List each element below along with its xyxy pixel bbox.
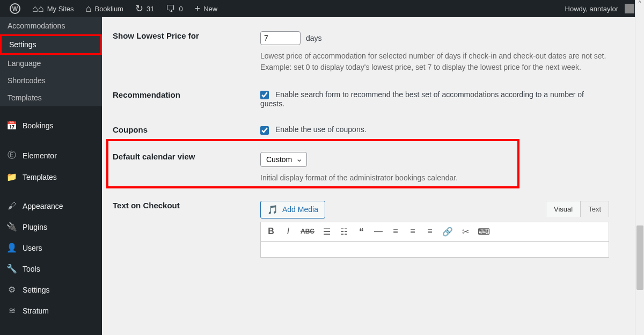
coupons-checkbox[interactable]: [260, 126, 269, 135]
refresh-icon: ↻: [135, 4, 143, 13]
submenu-accommodations[interactable]: Accommodations: [0, 17, 102, 34]
calendar-view-desc: Initial display format of the administra…: [260, 172, 609, 184]
menu-users[interactable]: 👤Users: [0, 237, 102, 258]
strike-button[interactable]: ABC: [301, 228, 314, 235]
italic-button[interactable]: I: [283, 227, 293, 236]
quote-button[interactable]: ❝: [356, 227, 366, 237]
plug-icon: 🔌: [6, 222, 17, 232]
submenu-shortcodes[interactable]: Shortcodes: [0, 72, 102, 89]
brush-icon: 🖌: [6, 201, 17, 211]
ul-button[interactable]: ☰: [322, 227, 332, 237]
link-button[interactable]: 🔗: [442, 227, 453, 237]
recommendation-label: Recommendation: [113, 90, 260, 108]
recommendation-text: Enable search form to recommend the best…: [260, 90, 584, 108]
user-icon: 👤: [6, 243, 17, 253]
menu-plugins[interactable]: 🔌Plugins: [0, 216, 102, 237]
scrollbar-thumb[interactable]: [636, 225, 643, 290]
lowest-price-input[interactable]: [260, 31, 301, 45]
align-left-button[interactable]: ≡: [391, 227, 400, 236]
menu-tools[interactable]: 🔧Tools: [0, 258, 102, 279]
coupons-text: Enable the use of coupons.: [275, 125, 367, 134]
lowest-price-label: Show Lowest Price for: [113, 31, 260, 73]
account-link[interactable]: Howdy, anntaylor: [560, 0, 640, 17]
editor-body[interactable]: [260, 242, 609, 258]
elementor-icon: Ⓔ: [6, 150, 17, 161]
tab-text[interactable]: Text: [580, 201, 609, 217]
site-name-link[interactable]: ⌂Booklium: [80, 0, 129, 17]
menu-bookings[interactable]: 📅Bookings: [0, 115, 102, 136]
submenu: Accommodations Settings Language Shortco…: [0, 17, 102, 106]
submenu-templates[interactable]: Templates: [0, 89, 102, 106]
folder-icon: 📁: [6, 172, 17, 182]
ol-button[interactable]: ☷: [339, 227, 349, 237]
menu-settings[interactable]: ⚙Settings: [0, 279, 102, 300]
menu-appearance[interactable]: 🖌Appearance: [0, 196, 102, 216]
lowest-price-desc: Lowest price of accommodation for select…: [260, 50, 609, 73]
checkout-text-label: Text on Checkout: [113, 201, 260, 258]
menu-elementor[interactable]: ⒺElementor: [0, 144, 102, 166]
hr-button[interactable]: —: [374, 227, 383, 236]
settings-content: Show Lowest Price for days Lowest price …: [102, 17, 644, 335]
unlink-button[interactable]: ✂: [460, 227, 470, 237]
lowest-price-unit: days: [306, 34, 322, 42]
comments-link[interactable]: 🗨0: [160, 0, 188, 17]
menu-templates[interactable]: 📁Templates: [0, 166, 102, 187]
updates-link[interactable]: ↻31: [130, 0, 159, 17]
tab-visual[interactable]: Visual: [546, 201, 581, 217]
align-right-button[interactable]: ≡: [425, 227, 435, 236]
scroll-up-icon[interactable]: ^: [635, 0, 644, 6]
new-content-link[interactable]: +New: [189, 0, 223, 17]
coupons-label: Coupons: [113, 125, 260, 134]
stratum-icon: ≋: [6, 305, 17, 316]
home-icon: ⌂: [86, 4, 92, 13]
align-center-button[interactable]: ≡: [408, 227, 418, 236]
media-icon: 🎵: [267, 205, 278, 215]
calendar-view-select[interactable]: Custom: [260, 152, 307, 167]
plus-icon: +: [195, 4, 201, 13]
avatar: [625, 4, 634, 13]
more-button[interactable]: ⌨: [478, 227, 490, 237]
comment-icon: 🗨: [166, 4, 175, 13]
recommendation-checkbox[interactable]: [260, 91, 269, 99]
menu-stratum[interactable]: ≋Stratum: [0, 300, 102, 321]
wp-logo[interactable]: W: [4, 0, 26, 17]
sliders-icon: ⚙: [6, 285, 17, 295]
add-media-button[interactable]: 🎵 Add Media: [260, 201, 325, 219]
submenu-settings[interactable]: Settings: [2, 36, 100, 53]
wrench-icon: 🔧: [6, 264, 17, 274]
admin-sidebar: Accommodations Settings Language Shortco…: [0, 17, 102, 335]
bold-button[interactable]: B: [266, 227, 276, 236]
calendar-view-label: Default calendar view: [113, 152, 260, 184]
home-icon: ⌂⌂: [32, 4, 44, 13]
editor-toolbar: B I ABC ☰ ☷ ❝ — ≡ ≡ ≡ 🔗 ✂ ⌨: [260, 222, 609, 242]
scrollbar[interactable]: ^: [635, 0, 644, 335]
my-sites-link[interactable]: ⌂⌂My Sites: [27, 0, 79, 17]
submenu-language[interactable]: Language: [0, 55, 102, 72]
calendar-icon: 📅: [6, 120, 17, 130]
admin-bar: W ⌂⌂My Sites ⌂Booklium ↻31 🗨0 +New Howdy…: [0, 0, 644, 17]
